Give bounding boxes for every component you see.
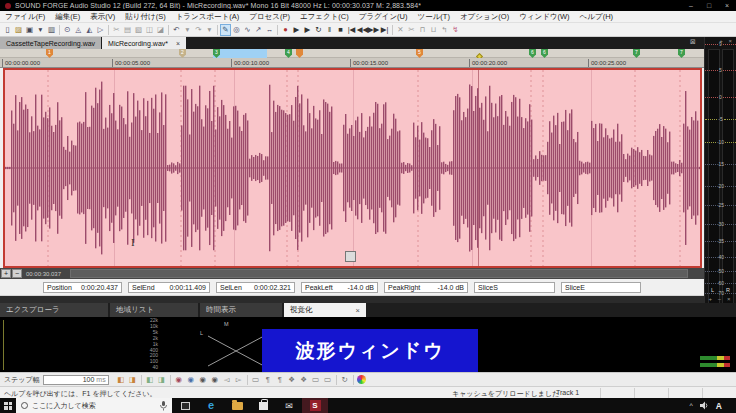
- undo-dropdown-icon[interactable]: ▾: [182, 24, 193, 36]
- sound-forge-taskbar-button[interactable]: S: [302, 398, 328, 413]
- mix-icon[interactable]: ◪: [155, 24, 166, 36]
- timeline-marker-2[interactable]: 2: [179, 49, 186, 58]
- menu-item-4[interactable]: トランスポート(A): [171, 11, 245, 23]
- file-explorer-button[interactable]: [224, 398, 250, 413]
- layout-6-icon[interactable]: ▭: [310, 374, 322, 386]
- menu-item-11[interactable]: ヘルプ(H): [575, 11, 618, 23]
- status-field-slices[interactable]: SliceS: [474, 282, 555, 293]
- import-audio-icon[interactable]: ◬: [73, 24, 84, 36]
- panel-splitter[interactable]: [0, 296, 704, 303]
- refresh-icon[interactable]: ↻: [339, 374, 351, 386]
- crossfade-icon[interactable]: ✕: [395, 24, 406, 36]
- task-view-button[interactable]: [172, 398, 198, 413]
- show-right-icon[interactable]: ◉: [209, 374, 221, 386]
- document-tab-1[interactable]: MicRecording.wav*×: [102, 37, 186, 49]
- save-dropdown-icon[interactable]: ▾: [35, 24, 46, 36]
- timeline-marker-4[interactable]: 4: [285, 49, 292, 58]
- show-left-icon[interactable]: ◉: [197, 374, 209, 386]
- layout-5-icon[interactable]: ❖: [298, 374, 310, 386]
- scrollbar-handle[interactable]: [70, 269, 688, 278]
- fast-forward-icon[interactable]: ▶▶: [368, 24, 379, 36]
- repeat-icon[interactable]: ↯: [450, 24, 461, 36]
- save-icon[interactable]: ▣: [24, 24, 35, 36]
- layout-1-icon[interactable]: ▭: [250, 374, 262, 386]
- timeline-marker-6[interactable]: 6: [529, 49, 536, 58]
- zoom-in-button[interactable]: +: [1, 269, 11, 278]
- layout-4-icon[interactable]: ❖: [286, 374, 298, 386]
- menu-item-2[interactable]: 表示(V): [85, 11, 120, 23]
- timeline-marker-7[interactable]: 7: [678, 49, 685, 58]
- start-button[interactable]: [0, 398, 16, 413]
- go-to-start-icon[interactable]: |◀: [346, 24, 357, 36]
- trim-icon[interactable]: ◫: [144, 24, 155, 36]
- new-file-icon[interactable]: ▯: [2, 24, 13, 36]
- layout-3-icon[interactable]: ¶: [274, 374, 286, 386]
- copy-selection-icon[interactable]: ⊓: [417, 24, 428, 36]
- status-field-peakright[interactable]: PeakRight-14.0 dB: [384, 282, 468, 293]
- tab-close-icon[interactable]: ×: [176, 40, 180, 47]
- store-button[interactable]: [250, 398, 276, 413]
- layout-7-icon[interactable]: ▭: [322, 374, 334, 386]
- panel-tab-2[interactable]: 時間表示: [200, 303, 282, 317]
- panel-tab-1[interactable]: 地域リスト: [110, 303, 198, 317]
- menu-item-6[interactable]: エフェクト(C): [295, 11, 354, 23]
- document-tab-0[interactable]: CassetteTapeRecording.wav: [0, 37, 101, 49]
- record-icon[interactable]: ●: [280, 24, 291, 36]
- timeline-marker-7[interactable]: 7: [633, 49, 640, 58]
- save-all-icon[interactable]: ▥: [46, 24, 57, 36]
- show-spectrum-icon[interactable]: ◉: [185, 374, 197, 386]
- event-tool-icon[interactable]: ↔: [264, 24, 275, 36]
- next-marker-icon[interactable]: ◨: [127, 374, 139, 386]
- time-ruler[interactable]: 00:00:00.00000:00:05.00000:00:10.00000:0…: [0, 58, 704, 68]
- panel-tab-close-icon[interactable]: ×: [326, 306, 360, 315]
- loop-playback-icon[interactable]: ↻: [313, 24, 324, 36]
- snip-icon[interactable]: ✂: [406, 24, 417, 36]
- close-button[interactable]: ×: [718, 0, 736, 11]
- step-width-input[interactable]: 100 ms: [43, 375, 109, 385]
- color-scheme-icon[interactable]: [356, 374, 368, 386]
- tray-chevron-icon[interactable]: ^: [690, 402, 693, 409]
- mail-button[interactable]: ✉: [276, 398, 302, 413]
- maximize-button[interactable]: □: [700, 0, 718, 11]
- menu-item-0[interactable]: ファイル(F): [0, 11, 50, 23]
- timeline-marker-5[interactable]: 5: [416, 49, 423, 58]
- prev-region-icon[interactable]: ◧: [144, 374, 156, 386]
- play-icon[interactable]: ▶: [302, 24, 313, 36]
- open-file-icon[interactable]: ▨: [13, 24, 24, 36]
- speaker-icon[interactable]: [700, 401, 709, 410]
- cut-icon[interactable]: ✂: [111, 24, 122, 36]
- menu-item-3[interactable]: 貼り付け(S): [120, 11, 170, 23]
- ime-indicator[interactable]: A: [716, 401, 722, 411]
- pause-icon[interactable]: ‖: [324, 24, 335, 36]
- rotate-left-icon[interactable]: ◅: [221, 374, 233, 386]
- status-field-slicee[interactable]: SliceE: [561, 282, 641, 293]
- panel-tab-0[interactable]: エクスプローラ: [0, 303, 108, 317]
- edit-tool-icon[interactable]: ✎: [220, 24, 231, 36]
- edge-button[interactable]: e: [198, 398, 224, 413]
- show-peak-icon[interactable]: ◉: [173, 374, 185, 386]
- status-field-selend[interactable]: SelEnd0:00:11.409: [128, 282, 210, 293]
- menu-item-5[interactable]: プロセス(P): [244, 11, 295, 23]
- redo-icon[interactable]: ↷: [193, 24, 204, 36]
- panel-tab-3[interactable]: 視覚化×: [284, 303, 366, 317]
- marker-bar[interactable]: 123456677: [0, 49, 704, 58]
- minimize-button[interactable]: –: [682, 0, 700, 11]
- stop-icon[interactable]: ■: [335, 24, 346, 36]
- envelope-tool-icon[interactable]: ↗: [253, 24, 264, 36]
- menu-item-9[interactable]: オプション(O): [455, 11, 514, 23]
- menu-item-7[interactable]: プラグイン(U): [354, 11, 413, 23]
- redo-dropdown-icon[interactable]: ▾: [204, 24, 215, 36]
- status-field-position[interactable]: Position0:00:20.437: [43, 282, 122, 293]
- zoom-out-button[interactable]: −: [12, 269, 22, 278]
- menu-item-10[interactable]: ウィンドウ(W): [514, 11, 574, 23]
- waveform-view[interactable]: [3, 68, 702, 268]
- menu-item-8[interactable]: ツール(T): [413, 11, 455, 23]
- undo-icon[interactable]: ↶: [171, 24, 182, 36]
- taskbar-search-input[interactable]: ここに入力して検索: [16, 398, 172, 413]
- batch-convert-icon[interactable]: ▷: [95, 24, 106, 36]
- prev-marker-icon[interactable]: ◧: [115, 374, 127, 386]
- paste-selection-icon[interactable]: ⊔: [428, 24, 439, 36]
- undo-all-icon[interactable]: ↰: [439, 24, 450, 36]
- meter-footer-buttons[interactable]: + − ×: [705, 296, 736, 302]
- magnify-tool-icon[interactable]: ◎: [231, 24, 242, 36]
